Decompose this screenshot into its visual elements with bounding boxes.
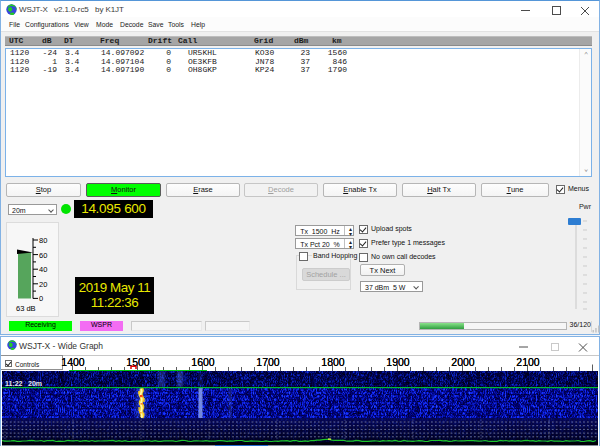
svg-text:20: 20 <box>39 280 47 289</box>
svg-text:80: 80 <box>39 236 47 245</box>
svg-text:40: 40 <box>39 265 47 274</box>
svg-text:0: 0 <box>39 294 43 303</box>
svg-text:63 dB: 63 dB <box>16 304 36 313</box>
svg-text:60: 60 <box>39 251 47 260</box>
svg-text:11:22: 11:22 <box>5 380 23 387</box>
svg-text:20m: 20m <box>28 380 42 387</box>
